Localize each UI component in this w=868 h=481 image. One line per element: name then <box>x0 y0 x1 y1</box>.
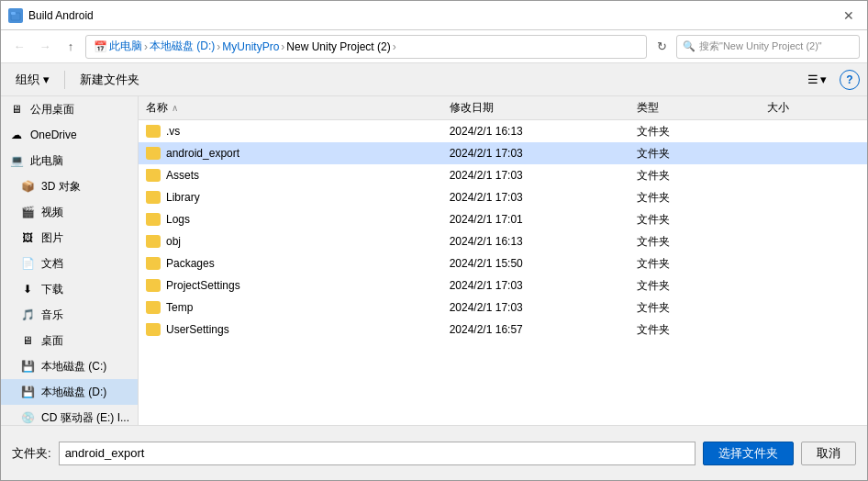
table-row[interactable]: ProjectSettings 2024/2/1 17:03 文件夹 <box>139 274 867 296</box>
table-row[interactable]: Assets 2024/2/1 17:03 文件夹 <box>139 164 867 186</box>
computer-icon: 💻 <box>8 152 25 169</box>
folder-icon <box>146 125 161 138</box>
breadcrumb[interactable]: 📅 此电脑 › 本地磁盘 (D:) › MyUnityPro › New Uni… <box>85 35 647 59</box>
sidebar-item-computer[interactable]: 💻 此电脑 <box>1 148 138 173</box>
back-button[interactable]: ← <box>8 36 30 58</box>
sidebar-label-desktop: 公用桌面 <box>30 102 74 117</box>
address-bar: ← → ↑ 📅 此电脑 › 本地磁盘 (D:) › MyUnityPro › N… <box>1 30 867 63</box>
table-row[interactable]: obj 2024/2/1 16:13 文件夹 <box>139 230 867 252</box>
downloads-icon: ⬇ <box>19 281 36 297</box>
column-date[interactable]: 修改日期 <box>442 100 630 116</box>
file-name-7: ProjectSettings <box>139 279 442 292</box>
file-date-8: 2024/2/1 17:03 <box>442 301 630 314</box>
sidebar-item-onedrive[interactable]: ☁ OneDrive <box>1 122 138 148</box>
file-type-2: 文件夹 <box>629 168 760 184</box>
view-button[interactable]: ☰ ▾ <box>802 70 832 89</box>
file-name-1: android_export <box>139 147 442 160</box>
table-row[interactable]: UserSettings 2024/2/1 16:57 文件夹 <box>139 319 867 341</box>
sidebar-label-pictures: 图片 <box>41 230 63 246</box>
file-list[interactable]: .vs 2024/2/1 16:13 文件夹 android_export 20… <box>139 120 867 425</box>
sidebar-label-computer: 此电脑 <box>30 153 63 169</box>
search-box[interactable]: 🔍 搜索"New Unity Project (2)" <box>676 35 860 59</box>
file-date-5: 2024/2/1 16:13 <box>442 235 630 248</box>
svg-rect-1 <box>11 12 16 15</box>
dialog-title: Build Android <box>28 9 838 22</box>
file-name-6: Packages <box>139 257 442 270</box>
sidebar-label-drive_d: 本地磁盘 (D:) <box>41 385 106 400</box>
refresh-button[interactable]: ↻ <box>651 36 673 58</box>
forward-button[interactable]: → <box>34 36 56 58</box>
table-row[interactable]: .vs 2024/2/1 16:13 文件夹 <box>139 120 867 142</box>
cdrom-icon: 💿 <box>19 409 36 425</box>
content-area: 🖥 公用桌面 ☁ OneDrive 💻 此电脑 📦 3D 对象 🎬 视频 🖼 图… <box>1 96 867 425</box>
sidebar-label-music: 音乐 <box>41 308 63 323</box>
sort-indicator: ∧ <box>172 103 178 113</box>
folder-icon <box>146 257 161 270</box>
sidebar-item-docs[interactable]: 📄 文档 <box>1 251 138 276</box>
help-button[interactable]: ? <box>840 70 860 90</box>
file-date-2: 2024/2/1 17:03 <box>442 169 630 182</box>
onedrive-icon: ☁ <box>8 127 25 143</box>
file-date-9: 2024/2/1 16:57 <box>442 323 630 336</box>
sidebar-item-drive_c[interactable]: 💾 本地磁盘 (C:) <box>1 353 138 379</box>
file-type-6: 文件夹 <box>629 256 760 272</box>
file-name-8: Temp <box>139 301 442 314</box>
file-type-5: 文件夹 <box>629 234 760 250</box>
folder-icon <box>146 147 161 160</box>
sidebar-item-downloads[interactable]: ⬇ 下载 <box>1 276 138 302</box>
file-date-0: 2024/2/1 16:13 <box>442 125 630 138</box>
table-row[interactable]: Library 2024/2/1 17:03 文件夹 <box>139 186 867 208</box>
table-row[interactable]: android_export 2024/2/1 17:03 文件夹 <box>139 142 867 164</box>
file-type-3: 文件夹 <box>629 190 760 206</box>
folder-icon <box>146 213 161 226</box>
title-bar: Build Android ✕ <box>1 1 867 30</box>
sidebar-item-video[interactable]: 🎬 视频 <box>1 199 138 225</box>
file-date-3: 2024/2/1 17:03 <box>442 191 630 204</box>
breadcrumb-myunitypro[interactable]: MyUnityPro <box>222 40 279 53</box>
sidebar-item-desktop2[interactable]: 🖥 桌面 <box>1 328 138 353</box>
cancel-button[interactable]: 取消 <box>801 442 856 465</box>
sidebar-item-pictures[interactable]: 🖼 图片 <box>1 225 138 251</box>
organize-button[interactable]: 组织 ▾ <box>8 69 57 91</box>
view-icon: ☰ <box>807 73 818 86</box>
up-button[interactable]: ↑ <box>60 36 82 58</box>
sidebar-item-drive_d[interactable]: 💾 本地磁盘 (D:) <box>1 379 138 405</box>
drive_c-icon: 💾 <box>19 358 36 375</box>
sidebar-label-video: 视频 <box>41 205 63 220</box>
close-button[interactable]: ✕ <box>838 5 860 27</box>
new-folder-button[interactable]: 新建文件夹 <box>72 69 147 91</box>
search-icon: 🔍 <box>683 40 696 52</box>
desktop-icon: 🖥 <box>8 101 25 117</box>
3d-icon: 📦 <box>19 178 36 195</box>
music-icon: 🎵 <box>19 307 36 323</box>
toolbar-separator <box>64 71 65 89</box>
sidebar-item-3d[interactable]: 📦 3D 对象 <box>1 173 138 199</box>
breadcrumb-current: New Unity Project (2) <box>286 40 390 53</box>
breadcrumb-computer[interactable]: 此电脑 <box>109 39 142 54</box>
sidebar-item-desktop[interactable]: 🖥 公用桌面 <box>1 96 138 122</box>
sidebar-item-cdrom[interactable]: 💿 CD 驱动器 (E:) I... <box>1 405 138 425</box>
file-type-1: 文件夹 <box>629 146 760 162</box>
sidebar: 🖥 公用桌面 ☁ OneDrive 💻 此电脑 📦 3D 对象 🎬 视频 🖼 图… <box>1 96 139 425</box>
folder-icon <box>146 301 161 314</box>
select-button[interactable]: 选择文件夹 <box>703 442 794 465</box>
folder-input[interactable] <box>59 442 696 465</box>
sidebar-label-docs: 文档 <box>41 256 63 272</box>
file-type-9: 文件夹 <box>629 322 760 338</box>
column-size[interactable]: 大小 <box>760 100 867 116</box>
table-row[interactable]: Logs 2024/2/1 17:01 文件夹 <box>139 208 867 230</box>
sidebar-item-music[interactable]: 🎵 音乐 <box>1 302 138 328</box>
file-name-3: Library <box>139 191 442 204</box>
folder-icon <box>146 169 161 182</box>
bottom-bar: 文件夹: 选择文件夹 取消 <box>1 425 867 480</box>
table-row[interactable]: Packages 2024/2/1 15:50 文件夹 <box>139 252 867 274</box>
search-placeholder: 搜索"New Unity Project (2)" <box>699 39 822 53</box>
sidebar-label-desktop2: 桌面 <box>41 333 63 349</box>
column-name[interactable]: 名称 ∧ <box>139 100 442 116</box>
table-row[interactable]: Temp 2024/2/1 17:03 文件夹 <box>139 296 867 319</box>
column-type[interactable]: 类型 <box>629 100 760 116</box>
breadcrumb-d-drive[interactable]: 本地磁盘 (D:) <box>150 39 215 54</box>
dialog: Build Android ✕ ← → ↑ 📅 此电脑 › 本地磁盘 (D:) … <box>0 0 868 481</box>
desktop2-icon: 🖥 <box>19 332 36 349</box>
folder-icon <box>146 279 161 292</box>
